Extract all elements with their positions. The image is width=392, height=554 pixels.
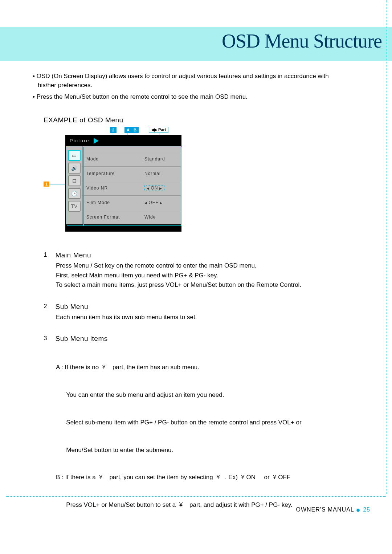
osd-row-label: Film Mode xyxy=(86,200,144,205)
osd-row-spacer xyxy=(83,146,181,152)
osd-row: Video NR ON xyxy=(83,181,181,195)
osd-top-labels: 2 A B ◀▶ Part xyxy=(65,129,181,135)
callout-1: 1 xyxy=(44,182,49,187)
section-sub-menu-items: 3 Sub Menu items A : If there is no ¥ pa… xyxy=(44,335,330,528)
section-line: Menu/Set button to enter the submenu. xyxy=(56,446,330,455)
page-number: 25 xyxy=(363,506,370,513)
osd-row-value: OFF xyxy=(144,200,177,205)
callout-B: B xyxy=(131,127,139,133)
osd-main-icons: ▭ 🔊 ⊟ 🕒 TV xyxy=(66,146,83,224)
footer: OWNER'S MANUAL ● 25 xyxy=(296,506,370,514)
section-number: 2 xyxy=(44,303,54,310)
section-line: B : If there is a ¥ part, you can set th… xyxy=(56,473,330,482)
right-dotted-border xyxy=(387,0,387,494)
section-main-menu: 1 Main Menu Press Menu / Set key on the … xyxy=(44,251,330,290)
section-line: First, select Main menu item you need wi… xyxy=(56,271,330,280)
osd-row-value: ON xyxy=(144,185,177,191)
section-line: To select a main menu items, just press … xyxy=(56,281,330,290)
example-heading: EXAMPLE of OSD Menu xyxy=(44,116,330,124)
content-area: OSD (On Screen Display) allows users to … xyxy=(33,72,330,541)
section-body: Press Menu / Set key on the remote contr… xyxy=(56,261,330,290)
section-number: 3 xyxy=(44,335,54,342)
osd-row-label: Screen Format xyxy=(86,215,144,220)
callout-2: 2 xyxy=(110,127,117,133)
sound-icon: 🔊 xyxy=(68,163,81,174)
section-heading: Sub Menu items xyxy=(55,335,107,343)
section-heading: Sub Menu xyxy=(55,303,88,311)
osd-row: Screen Format Wide xyxy=(83,210,181,224)
osd-footer-bar xyxy=(66,224,181,231)
intro-bullets: OSD (On Screen Display) allows users to … xyxy=(33,72,330,102)
section-body: A : If there is no ¥ part, the item has … xyxy=(56,345,330,528)
osd-panel-header: Picture xyxy=(66,136,181,146)
arrow-right-icon xyxy=(94,138,99,144)
osd-example: 2 A B ◀▶ Part 1 Picture ▭ 🔊 xyxy=(65,135,181,232)
connector xyxy=(49,184,66,184)
osd-row-label: Temperature xyxy=(86,171,144,176)
osd-row-label: Video NR xyxy=(86,186,144,191)
picture-icon: ▭ xyxy=(68,150,81,161)
timer-icon: 🕒 xyxy=(68,188,81,199)
osd-body: ▭ 🔊 ⊟ 🕒 TV Mode Standard Temperature Nor… xyxy=(66,146,181,224)
intro-bullet-2: Press the Menu/Set button on the remote … xyxy=(33,93,330,102)
pip-icon: ⊟ xyxy=(68,175,81,186)
osd-header-text: Picture xyxy=(70,138,89,143)
callout-A: A xyxy=(124,127,132,133)
page-title: OSD Menu Structure xyxy=(222,30,382,52)
bullet-icon: ● xyxy=(356,506,363,514)
osd-row-value: Normal xyxy=(144,171,177,176)
footer-dotted-line xyxy=(6,496,386,497)
osd-row-value-on: ON xyxy=(144,185,164,191)
section-line: Press Menu / Set key on the remote contr… xyxy=(56,261,330,270)
section-body: Each menu item has its own sub menu item… xyxy=(56,313,330,322)
osd-row: Temperature Normal xyxy=(83,166,181,181)
osd-row-value: Standard xyxy=(144,156,177,162)
osd-panel: Picture ▭ 🔊 ⊟ 🕒 TV Mode Standard xyxy=(65,135,181,232)
osd-sub-rows: Mode Standard Temperature Normal Video N… xyxy=(83,146,181,224)
section-heading: Main Menu xyxy=(55,251,91,259)
intro-bullet-1: OSD (On Screen Display) allows users to … xyxy=(33,72,330,90)
osd-row-value: Wide xyxy=(144,215,177,220)
osd-row-label: Mode xyxy=(86,156,144,162)
section-number: 1 xyxy=(44,251,54,258)
section-line: A : If there is no ¥ part, the item has … xyxy=(56,363,330,372)
tv-icon: TV xyxy=(68,201,81,212)
header-white-top xyxy=(0,0,392,27)
section-line: Press VOL+ or Menu/Set button to set a ¥… xyxy=(56,501,330,510)
osd-row: Film Mode OFF xyxy=(83,195,181,210)
osd-row: Mode Standard xyxy=(83,152,181,166)
part-box: ◀▶ Part xyxy=(149,127,168,133)
section-line: Select sub-menu item with PG+ / PG- butt… xyxy=(56,418,330,427)
footer-label: OWNER'S MANUAL xyxy=(296,506,354,513)
section-sub-menu: 2 Sub Menu Each menu item has its own su… xyxy=(44,303,330,322)
section-line: You can enter the sub menu and adjust an… xyxy=(56,391,330,400)
section-line: Each menu item has its own sub menu item… xyxy=(56,313,330,322)
